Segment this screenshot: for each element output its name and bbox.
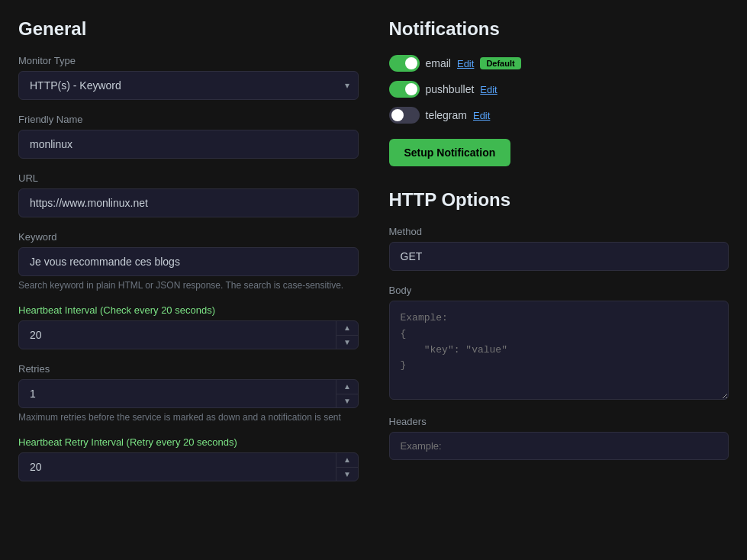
email-default-badge: Default	[480, 57, 520, 69]
monitor-type-wrapper: HTTP(s) - KeywordHTTP(s)TCP PortPingDNSH…	[18, 71, 359, 100]
general-title: General	[18, 18, 359, 40]
keyword-input[interactable]	[18, 247, 359, 276]
pushbullet-name: pushbullet	[426, 83, 475, 95]
retries-down-button[interactable]: ▼	[336, 394, 359, 409]
heartbeat-retry-interval-input[interactable]	[18, 452, 359, 481]
url-group: URL	[18, 172, 359, 217]
heartbeat-retry-interval-label: Heartbeat Retry Interval (Retry every 20…	[18, 436, 359, 448]
heartbeat-retry-interval-spinner: ▲ ▼	[336, 452, 359, 481]
notifications-section: Notifications email Edit Default pushbul…	[389, 18, 729, 166]
telegram-edit-link[interactable]: Edit	[473, 110, 490, 121]
heartbeat-retry-interval-down-button[interactable]: ▼	[336, 468, 359, 482]
monitor-type-label: Monitor Type	[18, 55, 359, 66]
keyword-group: Keyword Search keyword in plain HTML or …	[18, 231, 359, 291]
heartbeat-retry-interval-group: Heartbeat Retry Interval (Retry every 20…	[18, 436, 359, 481]
heartbeat-interval-input[interactable]	[18, 320, 359, 349]
email-name: email	[426, 57, 451, 69]
telegram-toggle-slider	[389, 107, 420, 124]
heartbeat-interval-spinner: ▲ ▼	[336, 320, 359, 349]
email-toggle-slider	[389, 55, 420, 72]
retries-group: Retries ▲ ▼ Maximum retries before the s…	[18, 363, 359, 423]
heartbeat-interval-up-button[interactable]: ▲	[336, 320, 359, 336]
retries-spinner: ▲ ▼	[336, 379, 359, 408]
right-panel: Notifications email Edit Default pushbul…	[389, 18, 729, 495]
email-edit-link[interactable]: Edit	[457, 58, 474, 69]
method-group: Method	[389, 226, 729, 271]
friendly-name-label: Friendly Name	[18, 114, 359, 125]
retries-wrapper: ▲ ▼	[18, 379, 359, 408]
heartbeat-interval-label: Heartbeat Interval (Check every 20 secon…	[18, 304, 359, 316]
http-options-title: HTTP Options	[389, 189, 729, 211]
url-label: URL	[18, 172, 359, 184]
monitor-type-select[interactable]: HTTP(s) - KeywordHTTP(s)TCP PortPingDNSH…	[18, 71, 359, 100]
headers-input[interactable]	[389, 432, 729, 460]
headers-label: Headers	[389, 416, 729, 427]
friendly-name-input[interactable]	[18, 130, 359, 159]
heartbeat-retry-interval-up-button[interactable]: ▲	[336, 452, 359, 468]
url-input[interactable]	[18, 188, 359, 217]
setup-notification-button[interactable]: Setup Notification	[389, 139, 511, 166]
notification-item-pushbullet: pushbullet Edit	[389, 81, 729, 98]
http-options-section: HTTP Options Method Body Headers	[389, 189, 729, 460]
friendly-name-group: Friendly Name	[18, 114, 359, 159]
body-textarea[interactable]	[389, 301, 729, 400]
notification-item-telegram: telegram Edit	[389, 107, 729, 124]
method-label: Method	[389, 226, 729, 237]
pushbullet-toggle[interactable]	[389, 81, 420, 98]
body-group: Body	[389, 285, 729, 402]
keyword-hint: Search keyword in plain HTML or JSON res…	[18, 280, 359, 291]
method-input[interactable]	[389, 242, 729, 271]
heartbeat-interval-group: Heartbeat Interval (Check every 20 secon…	[18, 304, 359, 349]
notifications-title: Notifications	[389, 18, 729, 40]
pushbullet-edit-link[interactable]: Edit	[480, 84, 497, 95]
retries-up-button[interactable]: ▲	[336, 379, 359, 394]
body-label: Body	[389, 285, 729, 296]
telegram-toggle[interactable]	[389, 107, 420, 124]
notification-item-email: email Edit Default	[389, 55, 729, 72]
heartbeat-retry-interval-wrapper: ▲ ▼	[18, 452, 359, 481]
heartbeat-interval-wrapper: ▲ ▼	[18, 320, 359, 349]
headers-group: Headers	[389, 416, 729, 460]
pushbullet-toggle-slider	[389, 81, 420, 98]
retries-input[interactable]	[18, 379, 359, 408]
left-panel: General Monitor Type HTTP(s) - KeywordHT…	[18, 18, 359, 495]
monitor-type-group: Monitor Type HTTP(s) - KeywordHTTP(s)TCP…	[18, 55, 359, 100]
retries-label: Retries	[18, 363, 359, 375]
email-toggle[interactable]	[389, 55, 420, 72]
heartbeat-interval-down-button[interactable]: ▼	[336, 336, 359, 350]
retries-hint: Maximum retries before the service is ma…	[18, 412, 359, 423]
telegram-name: telegram	[426, 109, 467, 121]
keyword-label: Keyword	[18, 231, 359, 243]
